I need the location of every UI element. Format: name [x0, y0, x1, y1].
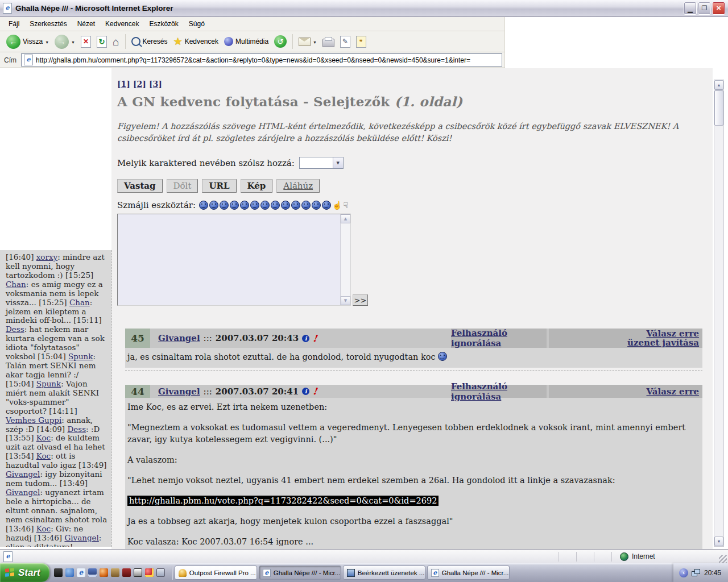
smiley-icon[interactable]	[281, 201, 290, 210]
home-button[interactable]: ⌂	[110, 35, 122, 48]
edit-button[interactable]: ✎	[337, 35, 353, 49]
edit-message-link[interactable]: üzenet javítása	[627, 338, 699, 347]
exclamation-icon[interactable]	[312, 333, 318, 343]
textarea-scrollbar[interactable]: ▲ ▼	[340, 214, 350, 305]
message-textarea[interactable]: ▲ ▼	[117, 214, 351, 306]
network-icon[interactable]	[692, 569, 701, 576]
scrollbar-thumb[interactable]	[714, 90, 723, 126]
quicklaunch-icon[interactable]	[77, 568, 85, 577]
format-button[interactable]: Dőlt	[167, 179, 198, 193]
format-button[interactable]: Vastag	[117, 179, 163, 193]
smiley-icon[interactable]	[250, 201, 259, 210]
quicklaunch-icon[interactable]	[134, 568, 142, 577]
smiley-icon[interactable]	[344, 200, 349, 210]
chat-user-link[interactable]: Dess	[6, 325, 24, 334]
scroll-up-icon[interactable]: ▲	[714, 80, 723, 90]
info-icon[interactable]	[302, 335, 309, 342]
chat-user-link[interactable]: Vemhes Guppi	[6, 415, 61, 425]
chat-user-link[interactable]: Chan	[69, 298, 90, 307]
history-button[interactable]: ↺	[271, 34, 289, 49]
submit-button[interactable]: >>	[353, 294, 368, 306]
quicklaunch-icon[interactable]	[122, 568, 131, 577]
page-link[interactable]: [1]	[117, 80, 130, 89]
page-scrollbar[interactable]: ▲ ▼	[714, 80, 724, 547]
back-button[interactable]: ← Vissza	[3, 34, 52, 50]
chat-user-link[interactable]: Koc	[36, 451, 51, 460]
smiley-icon[interactable]	[332, 200, 342, 210]
media-button[interactable]: Multimédia	[221, 36, 271, 47]
post-author-link[interactable]: Givangel	[158, 333, 200, 343]
smiley-icon[interactable]	[260, 201, 270, 210]
back-dropdown-icon[interactable]	[45, 38, 49, 45]
forward-button[interactable]: →	[52, 34, 78, 50]
reply-link[interactable]: Válasz erre	[647, 329, 699, 338]
format-button[interactable]: Kép	[241, 179, 273, 193]
search-button[interactable]: Keresés	[129, 36, 171, 47]
taskbar-clock[interactable]: 20:45	[704, 569, 721, 577]
tray-chevron-icon[interactable]	[679, 568, 688, 577]
chat-user-link[interactable]: Givangel	[6, 488, 40, 497]
menu-item[interactable]: Súgó	[184, 18, 210, 30]
task-button[interactable]: Ghalla Népe /// - Micr...	[259, 566, 341, 580]
info-icon[interactable]	[302, 388, 309, 395]
address-input[interactable]: http://ghalla.pbm.hu/comment.php?q=11732…	[21, 53, 502, 66]
resize-grip[interactable]	[719, 555, 727, 563]
smiley-icon[interactable]	[240, 201, 249, 210]
menu-item[interactable]: Kedvencek	[100, 18, 144, 30]
smiley-icon[interactable]	[209, 201, 218, 210]
reply-link[interactable]: Válasz erre	[647, 387, 699, 396]
chat-user-link[interactable]: Chan	[6, 280, 26, 289]
task-button[interactable]: Beérkezett üzenetek ...	[343, 566, 425, 580]
quicklaunch-icon[interactable]	[145, 568, 154, 577]
smiley-icon[interactable]	[271, 201, 280, 210]
smiley-icon[interactable]	[322, 201, 331, 210]
quicklaunch-icon[interactable]	[65, 568, 74, 577]
ignore-user-link[interactable]: Felhasználó ignorálása	[451, 381, 547, 402]
character-select[interactable]	[299, 157, 344, 169]
menu-item[interactable]: Szerkesztés	[24, 18, 72, 30]
mail-dropdown-icon[interactable]	[313, 38, 317, 45]
quicklaunch-icon[interactable]	[54, 568, 63, 577]
chat-user-link[interactable]: Koc	[36, 524, 51, 533]
menu-item[interactable]: Nézet	[72, 18, 100, 30]
task-button[interactable]: Ghalla Népe /// - Micr...	[427, 566, 510, 580]
format-button[interactable]: URL	[202, 179, 236, 193]
chat-user-link[interactable]: Spunk	[36, 379, 61, 388]
scroll-down-icon[interactable]: ▼	[341, 296, 350, 305]
page-link[interactable]: [2]	[133, 80, 146, 89]
task-button[interactable]: Outpost Firewall Pro ...	[175, 566, 257, 580]
chevron-down-icon[interactable]	[333, 157, 343, 168]
refresh-button[interactable]: ↻	[94, 35, 110, 49]
print-button[interactable]	[320, 35, 337, 48]
mail-button[interactable]	[296, 36, 320, 47]
chat-user-link[interactable]: Givangel	[64, 533, 98, 542]
scroll-down-icon[interactable]: ▼	[714, 537, 723, 546]
post-author-link[interactable]: Givangel	[158, 386, 200, 397]
format-button[interactable]: Aláhúz	[276, 179, 320, 193]
smiley-icon[interactable]	[312, 201, 321, 210]
start-button[interactable]: Start	[0, 563, 49, 582]
smiley-icon[interactable]	[301, 201, 311, 210]
favorites-button[interactable]: ★ Kedvencek	[171, 35, 222, 48]
chat-user-link[interactable]: Dess	[67, 425, 86, 434]
discuss-button[interactable]: ❞	[353, 35, 369, 49]
quicklaunch-icon[interactable]	[111, 568, 119, 577]
exclamation-icon[interactable]	[312, 386, 318, 397]
menu-item[interactable]: Eszközök	[144, 18, 183, 30]
smiley-icon[interactable]	[220, 201, 229, 210]
maximize-button[interactable]: ❐	[698, 2, 711, 15]
quicklaunch-icon[interactable]	[88, 568, 97, 577]
chat-user-link[interactable]: Spunk	[68, 352, 93, 361]
smiley-icon[interactable]	[291, 201, 300, 210]
forward-dropdown-icon[interactable]	[71, 38, 75, 45]
scroll-up-icon[interactable]: ▲	[341, 214, 350, 223]
quicklaunch-icon[interactable]	[156, 568, 165, 577]
smiley-icon[interactable]	[230, 201, 239, 210]
chat-user-link[interactable]: Givangel	[6, 469, 40, 479]
ignore-user-link[interactable]: Felhasználó ignorálása	[451, 328, 547, 348]
smiley-icon[interactable]	[199, 201, 208, 210]
page-link[interactable]: [3]	[149, 80, 162, 89]
chat-user-link[interactable]: Koc	[36, 433, 51, 442]
chat-user-link[interactable]: xorxy	[36, 252, 57, 261]
menu-item[interactable]: Fájl	[3, 18, 24, 30]
